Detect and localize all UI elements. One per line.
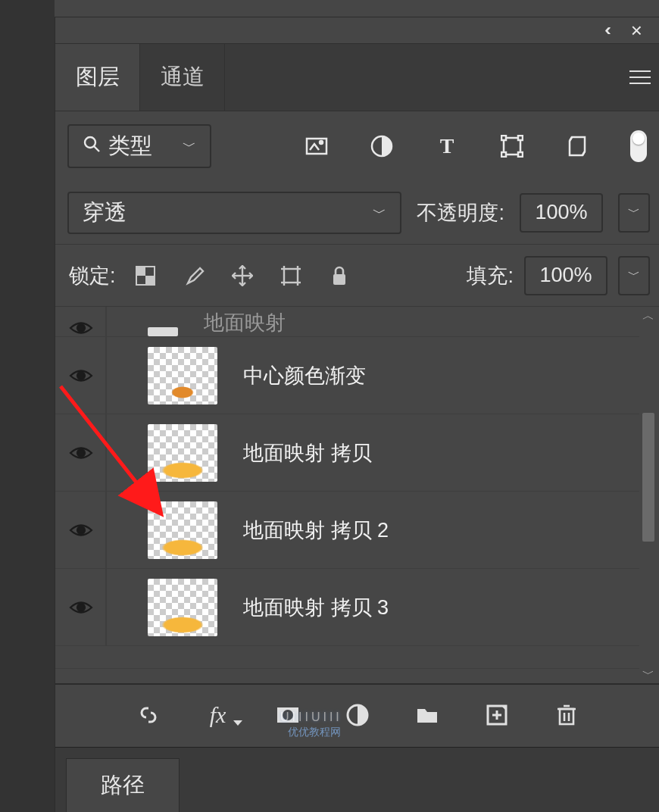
svg-point-30: [77, 372, 85, 379]
tabs-spacer: [225, 43, 621, 111]
svg-rect-19: [284, 269, 298, 283]
fill-label: 填充:: [467, 262, 514, 289]
filter-text-icon[interactable]: T: [435, 134, 459, 158]
tab-paths[interactable]: 路径: [66, 758, 180, 813]
scroll-thumb[interactable]: [642, 413, 654, 542]
divider: [105, 414, 107, 491]
blend-mode-select[interactable]: 穿透 ﹀: [67, 192, 401, 234]
group-icon[interactable]: [414, 701, 441, 729]
search-icon: [83, 135, 101, 158]
lock-brush-icon[interactable]: [183, 264, 205, 287]
filter-type-label: 类型: [108, 131, 152, 161]
layer-type-filter[interactable]: 类型 ﹀: [67, 124, 211, 168]
panel-menu-icon[interactable]: [621, 43, 659, 111]
divider: [105, 492, 107, 568]
visibility-eye-icon[interactable]: [66, 367, 96, 384]
layer-row[interactable]: 中心颜色渐变: [55, 337, 639, 414]
filter-adjust-icon[interactable]: [370, 134, 394, 158]
filter-toggle[interactable]: [630, 130, 647, 162]
layers-panel-footer: fx: [55, 684, 659, 745]
visibility-eye-icon[interactable]: [66, 320, 96, 336]
filter-pixel-icon[interactable]: [305, 134, 329, 158]
svg-rect-12: [501, 152, 506, 157]
layer-name[interactable]: 地面映射 拷贝: [243, 439, 372, 467]
watermark: UIIIUIII: [280, 710, 342, 724]
layer-thumbnail[interactable]: [148, 579, 217, 636]
svg-point-6: [320, 141, 323, 144]
filter-shape-icon[interactable]: [500, 134, 524, 158]
svg-rect-11: [518, 136, 523, 140]
lock-move-icon[interactable]: [231, 264, 254, 287]
tab-channels[interactable]: 通道: [140, 43, 225, 111]
lock-all-icon[interactable]: [328, 264, 351, 287]
scroll-up-icon[interactable]: ︿: [639, 307, 657, 325]
svg-point-3: [85, 137, 95, 148]
layer-row[interactable]: 地面映射 拷贝 2: [55, 492, 639, 569]
panel-tabs: 图层 通道: [55, 43, 659, 111]
scroll-down-icon[interactable]: ﹀: [639, 665, 657, 683]
watermark-sub: 优优教程网: [288, 726, 341, 739]
adjustment-layer-icon[interactable]: [344, 701, 371, 729]
svg-rect-28: [333, 274, 345, 285]
chevron-down-icon: ﹀: [183, 137, 196, 155]
layer-name[interactable]: 地面映射 拷贝 2: [243, 517, 389, 544]
lock-label: 锁定:: [69, 262, 116, 289]
filter-kind-icons: T: [211, 130, 651, 162]
svg-rect-10: [501, 136, 506, 140]
opacity-input[interactable]: 100%: [520, 193, 603, 233]
layer-filter-row: 类型 ﹀ T: [55, 111, 659, 181]
divider: [105, 307, 107, 336]
chevron-down-icon: ﹀: [373, 204, 386, 222]
svg-rect-40: [560, 709, 573, 724]
app-workspace-background: [0, 0, 55, 812]
link-layers-icon[interactable]: [135, 701, 162, 729]
svg-rect-16: [145, 276, 155, 285]
collapse-panel-icon[interactable]: ‹‹: [604, 20, 607, 40]
thumbnail-partial: [148, 327, 178, 336]
layer-thumbnail[interactable]: [148, 424, 217, 482]
layers-panel: ‹‹ × 图层 通道 类型 ﹀ T: [55, 17, 659, 812]
blend-mode-value: 穿透: [83, 198, 126, 228]
scrollbar[interactable]: ︿ ﹀: [639, 307, 657, 683]
layer-effects-icon[interactable]: fx: [205, 701, 232, 729]
svg-point-33: [77, 604, 85, 611]
layer-row[interactable]: 地面映射: [55, 307, 639, 337]
new-layer-icon[interactable]: [483, 701, 511, 729]
lock-transparency-icon[interactable]: [134, 264, 157, 287]
opacity-label: 不透明度:: [417, 199, 504, 226]
visibility-eye-icon[interactable]: [66, 599, 96, 616]
svg-point-32: [77, 526, 85, 534]
layer-name[interactable]: 中心颜色渐变: [243, 362, 366, 389]
tab-layers[interactable]: 图层: [55, 43, 140, 111]
paths-panel-header: 路径: [55, 747, 659, 812]
layer-list: 地面映射 中心颜色渐变 地面映射 拷贝: [55, 307, 659, 684]
visibility-eye-icon[interactable]: [66, 522, 96, 539]
close-panel-icon[interactable]: ×: [631, 19, 642, 42]
layer-thumbnail[interactable]: [148, 347, 217, 404]
lock-fill-row: 锁定: 填充: 100% ﹀: [55, 245, 659, 307]
layer-name[interactable]: 地面映射 拷贝 3: [243, 594, 389, 621]
visibility-eye-icon[interactable]: [66, 445, 96, 461]
layer-thumbnail[interactable]: [148, 501, 217, 559]
svg-point-29: [77, 324, 85, 332]
svg-text:T: T: [440, 135, 454, 158]
divider: [105, 569, 107, 645]
fill-input[interactable]: 100%: [524, 256, 607, 295]
lock-artboard-icon[interactable]: [280, 264, 302, 287]
filter-smart-icon[interactable]: [565, 134, 589, 158]
delete-layer-icon[interactable]: [553, 701, 580, 729]
fill-chevron[interactable]: ﹀: [618, 256, 650, 295]
layer-row-partial: [55, 646, 639, 669]
divider: [105, 337, 107, 414]
svg-line-4: [94, 146, 99, 151]
blend-opacity-row: 穿透 ﹀ 不透明度: 100% ﹀: [55, 181, 659, 245]
svg-rect-13: [518, 152, 523, 157]
panel-titlebar: ‹‹ ×: [55, 17, 659, 43]
svg-point-31: [77, 449, 85, 457]
svg-rect-15: [136, 267, 145, 276]
layer-name: 地面映射: [204, 309, 286, 336]
lock-icons-group: [134, 264, 351, 287]
layer-row[interactable]: 地面映射 拷贝 3: [55, 569, 639, 646]
opacity-chevron[interactable]: ﹀: [618, 193, 650, 233]
layer-row[interactable]: 地面映射 拷贝: [55, 414, 639, 492]
